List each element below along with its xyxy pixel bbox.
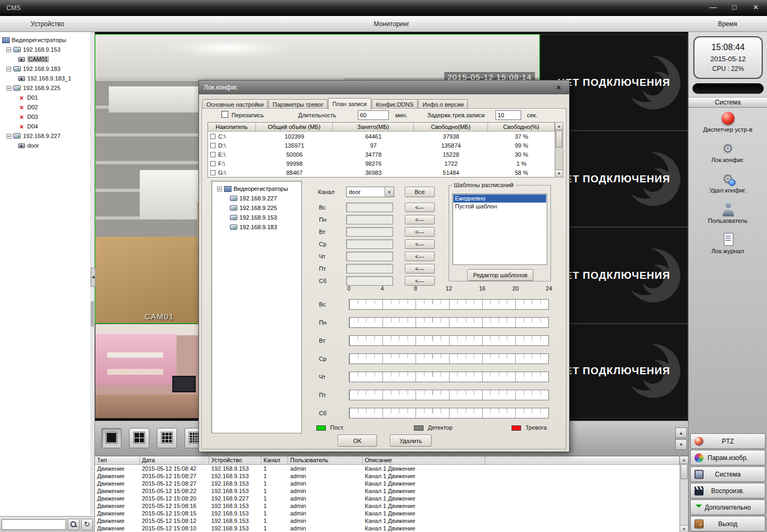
layout-4-button[interactable]: [129, 428, 149, 448]
drive-checkbox[interactable]: [210, 134, 215, 139]
day-copy-button-4[interactable]: <---: [405, 252, 435, 261]
day-schedule-field-6[interactable]: [346, 276, 393, 286]
scroll-down-icon[interactable]: ▼: [555, 170, 563, 177]
dialog-tree-device-192.168.9.227[interactable]: 192.168.9.227: [213, 194, 300, 203]
tab-План записи[interactable]: План записи: [328, 98, 371, 110]
storage-column-header[interactable]: Накопитель: [208, 123, 256, 132]
timeline-bar-3[interactable]: [349, 353, 549, 364]
user-button[interactable]: Пользователь: [689, 200, 767, 230]
timeline-bar-0[interactable]: [349, 299, 549, 310]
refresh-button[interactable]: ↻: [81, 519, 93, 530]
alarm-delay-input[interactable]: [496, 110, 521, 120]
log-row[interactable]: Движение2015-05-12 15:08:10192.168.9.153…: [95, 525, 680, 532]
storage-row[interactable]: C:\ 102399 64461 37938 37 %: [208, 132, 555, 141]
day-schedule-field-3[interactable]: [346, 239, 393, 249]
playback-button[interactable]: Воспроизв.: [690, 483, 765, 498]
minimize-button[interactable]: —: [707, 3, 719, 12]
day-copy-button-3[interactable]: <---: [405, 239, 435, 249]
tree-channel-192.168.9.183_1[interactable]: 192.168.9.183_1: [0, 74, 89, 83]
day-copy-button-1[interactable]: <---: [405, 215, 435, 224]
chevron-down-icon[interactable]: ▼: [385, 187, 394, 197]
expander-icon[interactable]: [6, 47, 11, 52]
channel-page-down-button[interactable]: ▼: [675, 439, 687, 450]
remote-config-button[interactable]: ⚙Удал.конфиг.: [689, 170, 767, 200]
log-row[interactable]: Движение2015-05-12 15:08:27192.168.9.153…: [95, 472, 680, 480]
log-row[interactable]: Движение2015-05-12 15:08:12192.168.9.153…: [95, 517, 680, 525]
storage-row[interactable]: G:\ 88467 36983 51484 58 %: [208, 168, 555, 177]
scroll-thumb[interactable]: [91, 301, 94, 327]
log-column-header[interactable]: [485, 456, 680, 465]
scroll-up-icon[interactable]: ▲: [555, 123, 563, 130]
local-config-button[interactable]: ⚙Лок.конфиг.: [689, 139, 767, 170]
tree-root[interactable]: Видеорегистраторы: [0, 35, 89, 45]
search-input[interactable]: [2, 519, 66, 530]
drive-checkbox[interactable]: [210, 161, 215, 166]
log-column-header[interactable]: Устройство: [209, 456, 261, 465]
timeline-bar-2[interactable]: [349, 335, 549, 346]
storage-column-header[interactable]: Свободно(МБ): [414, 123, 489, 132]
tree-channel-D03[interactable]: ×D03: [0, 112, 89, 122]
log-column-header[interactable]: Тип: [95, 456, 140, 465]
tree-channel-door[interactable]: door: [0, 141, 89, 150]
channel-select[interactable]: door ▼: [346, 187, 394, 197]
log-row[interactable]: Движение2015-05-12 15:08:42192.168.9.153…: [95, 465, 680, 472]
log-column-header[interactable]: Описание: [363, 456, 485, 465]
tree-device-192.168.9.183[interactable]: 192.168.9.183: [0, 64, 89, 74]
search-button[interactable]: [68, 519, 79, 530]
timeline-bar-5[interactable]: [349, 390, 549, 400]
template-item[interactable]: Пустой шаблон: [453, 203, 546, 211]
log-scrollbar[interactable]: ▲ ▼: [680, 456, 688, 532]
day-schedule-field-2[interactable]: [346, 227, 393, 237]
ok-button[interactable]: OK: [338, 434, 377, 447]
day-copy-button-6[interactable]: <---: [405, 276, 435, 286]
advanced-button[interactable]: Дополнительно: [690, 499, 765, 515]
tree-channel-D04[interactable]: ×D04: [0, 122, 89, 131]
expander-icon[interactable]: [6, 134, 11, 139]
tree-device-192.168.9.153[interactable]: 192.168.9.153: [0, 45, 89, 54]
timeline-bar-6[interactable]: [349, 408, 549, 418]
device-manager-button[interactable]: Диспетчер устр-в: [689, 109, 767, 139]
layout-1-button[interactable]: [101, 428, 122, 448]
day-copy-button-5[interactable]: <---: [405, 264, 435, 273]
close-button[interactable]: ×: [750, 3, 762, 12]
timeline-bar-1[interactable]: [349, 317, 549, 328]
scroll-thumb[interactable]: [681, 464, 688, 479]
ptz-button[interactable]: PTZ: [690, 433, 765, 449]
expander-icon[interactable]: [217, 187, 222, 191]
scroll-thumb[interactable]: [556, 131, 562, 148]
expander-icon[interactable]: [6, 67, 11, 71]
drive-checkbox[interactable]: [210, 152, 215, 157]
dialog-tree-device-192.168.9.153[interactable]: 192.168.9.153: [213, 213, 300, 222]
day-schedule-field-5[interactable]: [346, 264, 393, 273]
dialog-tree-root[interactable]: Видеорегистраторы: [213, 184, 300, 194]
maximize-button[interactable]: □: [729, 3, 740, 12]
channel-page-up-button[interactable]: ▲: [675, 428, 687, 438]
log-column-header[interactable]: Канал: [261, 456, 288, 465]
all-button[interactable]: Все: [405, 187, 435, 197]
tree-channel-CAM01[interactable]: CAM01: [0, 54, 89, 64]
log-row[interactable]: Движение2015-05-12 15:08:27192.168.9.153…: [95, 480, 680, 487]
drive-checkbox[interactable]: [210, 143, 215, 148]
day-copy-button-0[interactable]: <---: [405, 203, 435, 212]
dialog-close-button[interactable]: ×: [554, 83, 563, 92]
panel-collapse-handle[interactable]: ◀: [91, 268, 95, 287]
duration-input[interactable]: [358, 110, 389, 120]
dialog-tree-device-192.168.9.225[interactable]: 192.168.9.225: [213, 203, 300, 213]
log-row[interactable]: Движение2015-05-12 15:08:20192.168.9.227…: [95, 495, 680, 502]
storage-column-header[interactable]: Свободно(%): [488, 123, 555, 132]
storage-column-header[interactable]: Занято(МБ): [333, 123, 414, 132]
log-row[interactable]: Движение2015-05-12 15:08:16192.168.9.153…: [95, 502, 680, 510]
system-button[interactable]: Система: [690, 466, 765, 482]
tree-channel-D01[interactable]: ×D01: [0, 93, 89, 102]
tree-device-192.168.9.225[interactable]: 192.168.9.225: [0, 83, 89, 93]
log-column-header[interactable]: Дата: [140, 456, 209, 465]
day-schedule-field-0[interactable]: [346, 203, 393, 212]
scroll-down-icon[interactable]: ▼: [680, 525, 688, 532]
storage-row[interactable]: D:\ 135971 97 135874 99 %: [208, 141, 555, 150]
dialog-tree-device-192.168.9.183[interactable]: 192.168.9.183: [213, 222, 300, 232]
log-column-header[interactable]: Пользователь: [288, 456, 363, 465]
local-log-button[interactable]: Лок.журнал: [689, 230, 767, 261]
timeline-bar-4[interactable]: [349, 372, 549, 382]
image-params-button[interactable]: Парам.изобр.: [690, 450, 765, 465]
drive-checkbox[interactable]: [210, 170, 215, 175]
